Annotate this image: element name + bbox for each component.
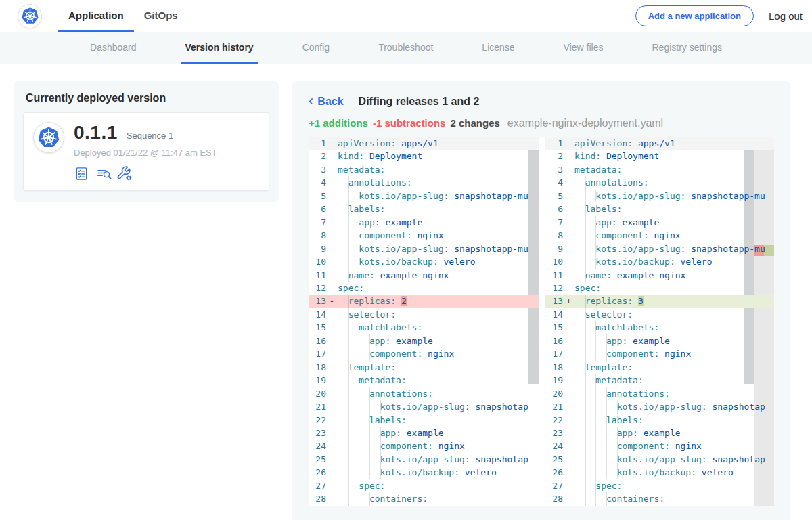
subnav-tab-license[interactable]: License — [478, 32, 518, 64]
indent-guide — [359, 334, 359, 347]
code-line-1: 1apiVersion: apps/v1 — [309, 137, 539, 150]
indent-guide — [359, 427, 359, 439]
indent-guide — [585, 479, 586, 492]
logout-button[interactable]: Log out — [769, 10, 803, 22]
indent-guide — [595, 400, 596, 413]
indent-guide — [585, 427, 586, 439]
indent-guide — [359, 255, 359, 268]
indent-guide — [606, 387, 607, 400]
indent-guide — [585, 255, 586, 268]
code-line-21: 21 kots.io/app-slug: snapshotap — [545, 400, 774, 413]
indent-guide — [595, 321, 596, 334]
indent-guide — [369, 466, 370, 479]
indent-guide — [359, 374, 359, 387]
subnav-tab-registry-settings[interactable]: Registry settings — [648, 32, 726, 64]
indent-guide — [348, 492, 349, 505]
deployed-card-title: Currently deployed version — [26, 92, 268, 104]
top-navbar: Application GitOps Add a new application… — [0, 0, 812, 32]
subnav-tab-version-history[interactable]: Version history — [181, 32, 258, 64]
indent-guide — [595, 439, 596, 452]
indent-guide — [348, 255, 349, 268]
indent-guide — [348, 242, 349, 255]
indent-guide — [380, 427, 381, 439]
code-line-13: 13+ replicas: 3 — [545, 295, 774, 307]
indent-guide — [595, 453, 596, 466]
diff-editor: 1apiVersion: apps/v12kind: Deployment3me… — [309, 137, 774, 506]
indent-guide — [359, 479, 359, 492]
subnav-tab-view-files[interactable]: View files — [560, 32, 608, 64]
code-line-24: 24 component: nginx — [309, 439, 539, 452]
code-line-22: 22 labels: — [309, 414, 539, 427]
indent-guide — [606, 466, 607, 479]
indent-guide — [348, 414, 349, 427]
indent-guide — [585, 321, 586, 334]
config-wrench-icon[interactable] — [116, 165, 133, 181]
code-line-26: 26 kots.io/backup: velero — [309, 466, 539, 479]
back-link[interactable]: ‹ Back — [309, 95, 344, 108]
indent-guide — [359, 216, 359, 229]
indent-guide — [348, 453, 349, 466]
indent-guide — [369, 414, 370, 427]
subtractions-count: -1 subtractions — [373, 117, 446, 129]
checklist-icon[interactable] — [74, 166, 89, 181]
indent-guide — [348, 427, 349, 439]
code-line-24: 24 component: nginx — [545, 439, 774, 452]
indent-guide — [369, 439, 370, 452]
code-line-10: 10 kots.io/backup: velero — [545, 255, 774, 268]
indent-guide — [359, 387, 359, 400]
subnav-tab-troubleshoot[interactable]: Troubleshoot — [374, 32, 437, 64]
tab-application[interactable]: Application — [58, 0, 134, 32]
subnav-tab-dashboard[interactable]: Dashboard — [86, 32, 141, 64]
add-new-application-button[interactable]: Add a new application — [635, 5, 754, 26]
indent-guide — [348, 269, 349, 282]
indent-guide — [595, 374, 596, 387]
indent-guide — [348, 466, 349, 479]
app-logo — [18, 0, 42, 32]
code-line-19: 19 metadata: — [545, 374, 774, 387]
indent-guide — [348, 190, 349, 202]
indent-guide — [585, 334, 586, 347]
deployed-timestamp: Deployed 01/21/22 @ 11:47 am EST — [74, 148, 217, 158]
indent-guide — [348, 387, 349, 400]
tab-gitops[interactable]: GitOps — [134, 0, 188, 32]
code-line-20: 20 annotations: — [545, 387, 774, 400]
indent-guide — [380, 400, 381, 413]
indent-guide — [585, 414, 586, 427]
code-line-26: 26 kots.io/backup: velero — [545, 466, 774, 479]
code-line-19: 19 metadata: — [309, 374, 539, 387]
indent-guide — [595, 479, 596, 492]
code-line-14: 14 selector: — [309, 308, 539, 321]
indent-guide — [585, 308, 586, 321]
indent-guide — [606, 334, 607, 347]
indent-guide — [348, 308, 349, 321]
code-line-4: 4 annotations: — [545, 176, 774, 189]
code-line-11: 11 name: example-nginx — [545, 269, 774, 282]
indent-guide — [595, 216, 596, 229]
indent-guide — [585, 387, 586, 400]
indent-guide — [359, 190, 359, 202]
indent-guide — [595, 347, 596, 360]
code-line-5: 5 kots.io/app-slug: snapshotapp-mu — [545, 190, 774, 202]
additions-count: +1 additions — [309, 117, 368, 129]
diff-card: ‹ Back Diffing releases 1 and 2 +1 addit… — [292, 81, 790, 520]
indent-guide — [585, 242, 586, 255]
diff-pane-modified[interactable]: 1apiVersion: apps/v12kind: Deployment3me… — [545, 137, 774, 506]
indent-guide — [585, 295, 586, 307]
indent-guide — [359, 439, 359, 452]
diff-pane-original[interactable]: 1apiVersion: apps/v12kind: Deployment3me… — [309, 137, 539, 506]
indent-guide — [595, 387, 596, 400]
indent-guide — [585, 190, 586, 202]
indent-guide — [348, 347, 349, 360]
logs-search-icon[interactable] — [96, 166, 113, 181]
sequence-label: Sequence 1 — [127, 131, 173, 141]
indent-guide — [369, 347, 370, 360]
subnav-tab-config[interactable]: Config — [298, 32, 334, 64]
indent-guide — [359, 242, 359, 255]
indent-guide — [606, 400, 607, 413]
indent-guide — [606, 453, 607, 466]
indent-guide — [617, 439, 618, 452]
indent-guide — [380, 439, 381, 452]
indent-guide — [348, 361, 349, 374]
code-line-7: 7 app: example — [309, 216, 539, 229]
code-line-6: 6 labels: — [309, 202, 539, 215]
